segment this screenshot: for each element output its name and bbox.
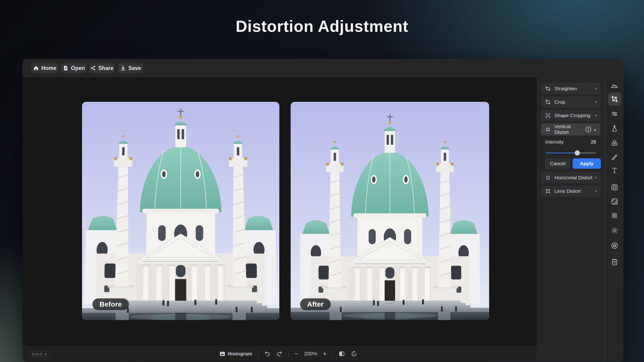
rail-color-mix-button[interactable] bbox=[608, 136, 621, 150]
rail-adjustments-button[interactable] bbox=[608, 107, 621, 120]
share-label: Share bbox=[98, 65, 114, 72]
exif-label: EXIF bbox=[32, 352, 43, 356]
collapse-icon[interactable]: ▲ bbox=[594, 128, 596, 131]
after-image: After bbox=[291, 102, 489, 320]
reset-history-button[interactable] bbox=[351, 350, 357, 357]
texture-icon bbox=[610, 198, 618, 206]
after-badge: After bbox=[300, 298, 331, 310]
shape-cropping-icon bbox=[545, 112, 551, 118]
zoom-in-button[interactable]: + bbox=[323, 351, 327, 357]
histogram-button[interactable]: Histogram bbox=[219, 351, 252, 357]
vertical-distort-tool[interactable]: Vertical Distort ? ▲ bbox=[541, 123, 600, 136]
frame-icon bbox=[610, 183, 618, 191]
histogram-label: Histogram bbox=[228, 351, 252, 356]
exif-up-icon: ▲ bbox=[44, 352, 47, 356]
straighten-icon bbox=[545, 86, 551, 92]
home-button[interactable]: Home bbox=[31, 63, 58, 73]
rail-filters-button[interactable] bbox=[608, 122, 621, 135]
rail-pattern-button[interactable] bbox=[608, 209, 621, 222]
crop-label: Crop bbox=[554, 99, 595, 105]
bottom-bar: EXIF ▲ Histogram − 200% + bbox=[22, 346, 537, 362]
rail-photo-button[interactable] bbox=[608, 79, 621, 92]
crop-tool[interactable]: Crop ▾ bbox=[541, 96, 600, 108]
rail-divider bbox=[609, 253, 620, 253]
brush-icon bbox=[610, 153, 618, 161]
home-label: Home bbox=[42, 65, 56, 72]
before-image: Before bbox=[82, 102, 279, 320]
apply-button[interactable]: Apply bbox=[572, 158, 601, 169]
before-photo bbox=[82, 102, 279, 320]
zoom-level: 200% bbox=[304, 351, 317, 357]
rail-effects-button[interactable] bbox=[608, 239, 621, 252]
cancel-button[interactable]: Cancel bbox=[545, 158, 570, 169]
horizontal-distort-icon bbox=[545, 175, 551, 181]
color-mix-icon bbox=[610, 139, 618, 147]
rail-texture-button[interactable] bbox=[608, 195, 621, 208]
save-label: Save bbox=[128, 65, 141, 72]
crop-icon bbox=[545, 99, 551, 105]
top-toolbar: Home Open Share Save bbox=[22, 59, 624, 77]
slider-thumb[interactable] bbox=[575, 150, 580, 156]
save-download-icon bbox=[120, 65, 126, 71]
vignette-icon bbox=[610, 226, 618, 234]
share-button[interactable]: Share bbox=[89, 63, 114, 73]
zoom-out-button[interactable]: − bbox=[295, 351, 298, 357]
undo-button[interactable] bbox=[264, 350, 270, 357]
separator bbox=[288, 350, 289, 357]
share-icon bbox=[90, 65, 96, 71]
shape-cropping-tool[interactable]: Shape Cropping ▾ bbox=[541, 110, 600, 121]
crop-icon bbox=[610, 95, 618, 103]
photo-icon bbox=[610, 82, 618, 90]
redo-button[interactable] bbox=[276, 350, 283, 357]
after-photo bbox=[291, 102, 489, 320]
rail-frame-button[interactable] bbox=[608, 181, 621, 194]
app-root: Distortion Adjustment Home Open Share Sa… bbox=[0, 0, 644, 362]
home-icon bbox=[33, 65, 39, 71]
open-label: Open bbox=[71, 65, 85, 72]
chevron-down-icon: ▾ bbox=[595, 176, 596, 180]
page-title: Distortion Adjustment bbox=[0, 17, 644, 35]
open-button[interactable]: Open bbox=[61, 63, 86, 73]
lens-distort-icon bbox=[545, 188, 551, 194]
notes-icon bbox=[610, 258, 618, 266]
filters-icon bbox=[610, 124, 618, 132]
rail-crop-button[interactable] bbox=[608, 92, 621, 106]
lens-distort-tool[interactable]: Lens Distort ▾ bbox=[541, 186, 600, 197]
icon-rail bbox=[605, 77, 624, 362]
text-icon bbox=[610, 166, 618, 174]
rail-notes-button[interactable] bbox=[608, 256, 621, 269]
save-button[interactable]: Save bbox=[118, 63, 143, 73]
slider-fill bbox=[546, 152, 577, 154]
effects-icon bbox=[610, 242, 618, 250]
separator bbox=[258, 350, 258, 357]
editor-canvas: Before After bbox=[22, 77, 537, 346]
vertical-distort-label: Vertical Distort bbox=[554, 124, 586, 135]
straighten-label: Straighten bbox=[554, 86, 595, 92]
chevron-down-icon: ▾ bbox=[595, 189, 596, 193]
intensity-slider[interactable] bbox=[546, 150, 596, 156]
before-badge: Before bbox=[92, 298, 129, 310]
separator bbox=[332, 350, 333, 357]
exif-button[interactable]: EXIF ▲ bbox=[30, 351, 50, 357]
straighten-tool[interactable]: Straighten ▾ bbox=[541, 83, 600, 94]
horizontal-distort-tool[interactable]: Horizontal Distort ▾ bbox=[541, 172, 600, 183]
compare-button[interactable] bbox=[338, 350, 345, 357]
tools-panel: Straighten ▾ Crop ▾ Shape Cropping ▾ Ver… bbox=[537, 77, 605, 362]
horizontal-distort-label: Horizontal Distort bbox=[554, 175, 595, 180]
chevron-down-icon: ▾ bbox=[595, 113, 596, 118]
intensity-row: Intensity 28 bbox=[545, 139, 596, 145]
pattern-icon bbox=[610, 212, 618, 220]
intensity-label: Intensity bbox=[545, 139, 564, 145]
adjustments-icon bbox=[610, 110, 618, 118]
help-icon[interactable]: ? bbox=[586, 126, 591, 132]
chevron-down-icon: ▾ bbox=[595, 100, 596, 104]
rail-text-button[interactable] bbox=[608, 164, 621, 177]
rail-vignette-button[interactable] bbox=[608, 224, 621, 237]
open-file-icon bbox=[62, 65, 68, 71]
intensity-value: 28 bbox=[591, 139, 596, 145]
shape-cropping-label: Shape Cropping bbox=[554, 113, 595, 118]
lens-distort-label: Lens Distort bbox=[554, 188, 595, 194]
editor-window: Home Open Share Save Before A bbox=[22, 59, 624, 362]
vertical-distort-icon bbox=[545, 126, 551, 132]
rail-brush-button[interactable] bbox=[608, 150, 621, 164]
